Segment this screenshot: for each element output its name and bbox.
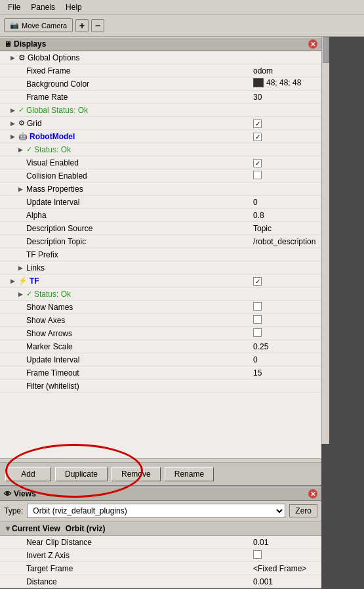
tree-row-value: 0.01 (253, 538, 319, 547)
expand-arrow[interactable]: ▶ (10, 107, 18, 114)
tf-checkbox[interactable] (253, 277, 262, 286)
list-item[interactable]: Marker Scale 0.25 (0, 340, 321, 353)
list-item[interactable]: Filter (whitelist) (0, 380, 321, 393)
show-arrows-checkbox[interactable] (253, 328, 262, 337)
rename-button[interactable]: Rename (165, 467, 214, 481)
tree-row-label: Grid (27, 119, 253, 128)
check-icon: ✓ (18, 106, 24, 114)
tree-row-value (253, 315, 319, 326)
list-item[interactable]: TF Prefix (0, 248, 321, 261)
expand-arrow[interactable]: ▶ (10, 120, 18, 127)
displays-title: Displays (14, 39, 46, 49)
grid-checkbox[interactable] (253, 120, 262, 128)
list-item[interactable]: Update Interval 0 (0, 196, 321, 209)
tree-row-label: Filter (whitelist) (26, 382, 253, 391)
remove-button[interactable]: Remove (111, 467, 161, 481)
menu-panels[interactable]: Panels (26, 1, 60, 13)
views-zero-button[interactable]: Zero (289, 504, 317, 517)
tree-row-label: Alpha (26, 211, 253, 220)
tree-row-label: Links (26, 263, 253, 273)
tree-row-value: Topic (253, 224, 319, 233)
list-item[interactable]: ▶ ⚙ Grid (0, 117, 321, 130)
color-value: 48; 48; 48 (266, 78, 301, 87)
menu-file[interactable]: File (3, 1, 26, 13)
expand-arrow[interactable]: ▶ (10, 133, 18, 140)
expand-arrow[interactable]: ▶ (18, 186, 26, 192)
list-item[interactable]: ▶ ⚡ TF (0, 274, 321, 288)
scrollbar[interactable] (321, 37, 329, 444)
show-names-checkbox[interactable] (253, 302, 262, 311)
list-item[interactable]: Background Color 48; 48; 48 (0, 77, 321, 91)
list-item[interactable]: Description Source Topic (0, 222, 321, 235)
robot-model-checkbox[interactable] (253, 133, 262, 141)
tree-row-label: Near Clip Distance (26, 538, 253, 547)
list-item[interactable]: Update Interval 0 (0, 353, 321, 366)
list-item[interactable]: Show Names (0, 301, 321, 314)
list-item[interactable]: Description Topic /robot_description (0, 235, 321, 248)
remove-icon-button[interactable]: − (91, 19, 104, 32)
tree-row-label: Visual Enabled (26, 158, 253, 167)
tree-row-label: TF Prefix (26, 250, 253, 259)
tree-row-value (253, 171, 319, 181)
grid-icon: ⚙ (18, 119, 25, 127)
list-item[interactable]: Fixed Frame odom (0, 64, 321, 77)
tree-row-value: 0.25 (253, 342, 319, 351)
expand-arrow[interactable]: ▶ (18, 146, 26, 153)
visual-enabled-checkbox[interactable] (253, 159, 262, 167)
expand-arrow[interactable]: ▼ (4, 524, 12, 533)
displays-close-button[interactable]: ✕ (308, 39, 317, 49)
tree-row-value (253, 119, 319, 128)
list-item[interactable]: Show Axes (0, 314, 321, 327)
tree-row-label: Show Arrows (26, 329, 253, 338)
expand-arrow[interactable]: ▶ (10, 55, 18, 61)
tree-row-value (253, 158, 319, 167)
list-item[interactable]: Alpha 0.8 (0, 209, 321, 222)
tree-row-label: Update Interval (26, 198, 253, 207)
tree-row-label: Collision Enabled (26, 171, 253, 181)
tree-row-value (253, 276, 319, 286)
tree-row-label: Status: Ok (34, 145, 253, 154)
list-item[interactable]: ▶ ⚙ Global Options (0, 51, 321, 64)
list-item[interactable]: ▶ ✓ Status: Ok (0, 288, 321, 301)
expand-arrow[interactable]: ▶ (18, 265, 26, 271)
list-item[interactable]: ▶ Links (0, 261, 321, 274)
collision-enabled-checkbox[interactable] (253, 171, 262, 179)
list-item[interactable]: Frame Rate 30 (0, 91, 321, 104)
add-button[interactable]: Add (5, 467, 51, 481)
list-item[interactable]: ▶ 🤖 RobotModel (0, 130, 321, 143)
displays-panel-header: 🖥 Displays ✕ (0, 37, 321, 51)
list-item[interactable]: Show Arrows (0, 327, 321, 340)
move-camera-button[interactable]: 📷 Move Camera (4, 18, 73, 32)
scrollbar-thumb[interactable] (323, 37, 329, 63)
list-item[interactable]: Distance 0.001 (0, 575, 321, 588)
show-axes-checkbox[interactable] (253, 315, 262, 324)
expand-arrow[interactable]: ▶ (10, 278, 18, 284)
add-icon-button[interactable]: + (75, 19, 89, 32)
list-item[interactable]: Invert Z Axis (0, 549, 321, 562)
list-item[interactable]: Near Clip Distance 0.01 (0, 536, 321, 549)
list-item[interactable]: ▶ ✓ Global Status: Ok (0, 104, 321, 117)
list-item[interactable]: ▶ Mass Properties (0, 183, 321, 196)
list-item[interactable]: Frame Timeout 15 (0, 366, 321, 380)
menu-help[interactable]: Help (60, 1, 87, 13)
tree-row-value (253, 302, 319, 313)
tree-row-value: 15 (253, 368, 319, 378)
expand-arrow[interactable]: ▶ (18, 291, 26, 297)
check-icon: ✓ (26, 290, 32, 298)
views-close-button[interactable]: ✕ (308, 489, 317, 498)
list-item[interactable]: Visual Enabled (0, 156, 321, 169)
tree-row-value: 48; 48; 48 (253, 78, 319, 89)
list-item[interactable]: Target Frame <Fixed Frame> (0, 562, 321, 575)
list-item[interactable]: ▶ ✓ Status: Ok (0, 143, 321, 156)
invert-z-checkbox[interactable] (253, 550, 262, 559)
color-swatch[interactable]: 48; 48; 48 (253, 78, 301, 87)
tree-row-label: TF (30, 276, 253, 286)
duplicate-button[interactable]: Duplicate (55, 467, 108, 481)
tree-row-label: Mass Properties (26, 185, 253, 194)
camera-icon: 📷 (10, 21, 19, 30)
list-item[interactable]: Collision Enabled (0, 169, 321, 183)
views-section-header: ▼ Current View Orbit (rviz) (0, 521, 321, 536)
tree-row-value: 0.001 (253, 577, 319, 586)
tree-row-label: Description Topic (26, 237, 253, 246)
views-type-select[interactable]: Orbit (rviz_default_plugins) (27, 504, 285, 518)
